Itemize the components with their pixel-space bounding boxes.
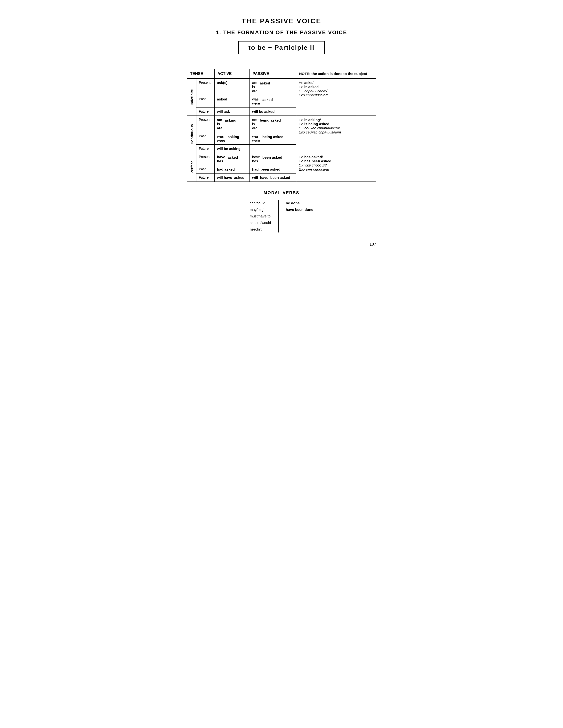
tense-present-perf: Present: [197, 153, 215, 165]
active-present-cont: am is are asking: [214, 116, 250, 132]
note-continuous: He is asking/ He is being asked Он сейча…: [296, 116, 376, 153]
passive-present-perf: have has been asked: [250, 153, 296, 165]
modal-left: can/could may/might must/have to should/…: [250, 200, 279, 232]
header-passive: PASSIVE: [250, 69, 296, 79]
modal-result: be done: [286, 200, 313, 206]
modal-item: should/would: [250, 219, 271, 226]
passive-future-indef: will be asked: [250, 108, 296, 116]
passive-past-perf: had been asked: [250, 165, 296, 174]
tense-past-cont: Past: [197, 132, 215, 145]
header-note: NOTE: the action is done to the subject: [296, 69, 376, 79]
active-present-perf: have has asked: [214, 153, 250, 165]
modal-result: have been done: [286, 206, 313, 213]
passive-future-cont: –: [250, 145, 296, 153]
modal-content: can/could may/might must/have to should/…: [187, 200, 376, 232]
passive-past-indef: was were asked: [250, 95, 296, 108]
modal-item: needn't: [250, 226, 271, 232]
modal-right: be done have been done: [279, 200, 313, 213]
passive-future-perf: will have been asked: [250, 174, 296, 182]
note-indefinite: He asks/ He is asked Он спрашивает/ Его …: [296, 79, 376, 116]
group-label-indefinite: Indefinite: [187, 79, 197, 116]
active-past-perf: had asked: [214, 165, 250, 174]
passive-past-cont: was were being asked: [250, 132, 296, 145]
formula-box: to be + Participle II: [238, 41, 325, 54]
active-future-cont: will be asking: [214, 145, 250, 153]
active-past-indef: asked: [214, 95, 250, 108]
formula-container: to be + Participle II: [187, 41, 376, 62]
passive-present-cont: am is are being asked: [250, 116, 296, 132]
active-present-indef: ask(s): [214, 79, 250, 95]
header-tense: TENSE: [187, 69, 215, 79]
passive-present-indef: am is are asked: [250, 79, 296, 95]
group-label-continuous: Continuous: [187, 116, 197, 153]
note-perfect: He has asked/ He has been asked Он уже с…: [296, 153, 376, 182]
table-row: Indefinite Present ask(s) am is are aske…: [187, 79, 376, 95]
grammar-table: TENSE ACTIVE PASSIVE NOTE: the action is…: [187, 69, 376, 182]
tense-past-perf: Past: [197, 165, 215, 174]
modal-item: can/could: [250, 200, 271, 206]
group-label-perfect: Perfect: [187, 153, 197, 182]
active-future-perf: will have asked: [214, 174, 250, 182]
modal-item: must/have to: [250, 213, 271, 219]
tense-future-cont: Future: [197, 145, 215, 153]
page-title: THE PASSIVE VOICE: [187, 17, 376, 25]
modal-section: MODAL VERBS can/could may/might must/hav…: [187, 190, 376, 232]
table-row: Continuous Present am is are asking am i…: [187, 116, 376, 132]
tense-future-perf: Future: [197, 174, 215, 182]
tense-present-indef: Present: [197, 79, 215, 95]
active-past-cont: was were asking: [214, 132, 250, 145]
page-number: 107: [187, 242, 376, 247]
table-row: Perfect Present have has asked have has: [187, 153, 376, 165]
header-active: ACTIVE: [214, 69, 250, 79]
tense-present-cont: Present: [197, 116, 215, 132]
section-title: 1. THE FORMATION OF THE PASSIVE VOICE: [187, 29, 376, 36]
modal-title: MODAL VERBS: [187, 190, 376, 195]
page-top-rule: [187, 10, 376, 10]
tense-future-indef: Future: [197, 108, 215, 116]
tense-past-indef: Past: [197, 95, 215, 108]
modal-item: may/might: [250, 206, 271, 213]
active-future-indef: will ask: [214, 108, 250, 116]
